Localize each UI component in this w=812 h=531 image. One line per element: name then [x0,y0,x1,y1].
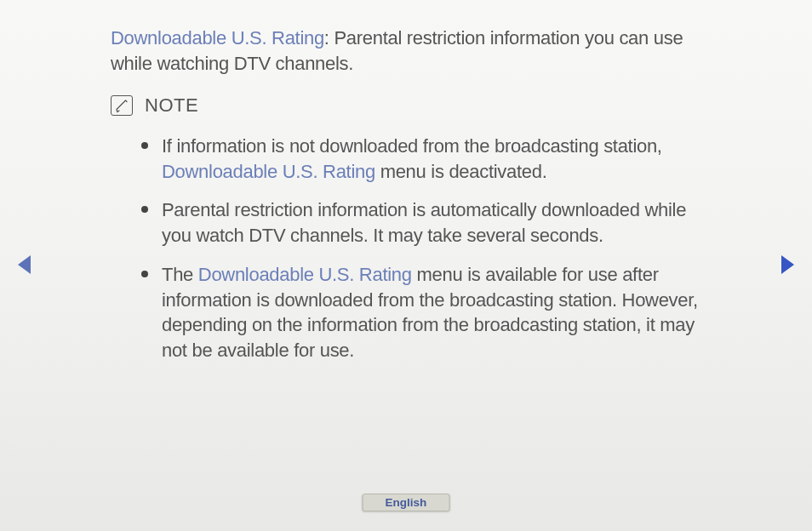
page-content: Downloadable U.S. Rating: Parental restr… [0,0,812,363]
nav-next-button[interactable] [780,254,797,276]
bullet-list: If information is not downloaded from th… [111,134,718,363]
language-badge[interactable]: English [363,494,450,511]
svg-marker-1 [781,255,794,274]
intro-paragraph: Downloadable U.S. Rating: Parental restr… [111,26,718,76]
bullet-text: The [162,264,198,285]
bullet-item: Parental restriction information is auto… [162,197,718,248]
bullet-text: menu is deactivated. [375,161,547,182]
highlight-term: Downloadable U.S. Rating [162,161,375,182]
bullet-item: If information is not downloaded from th… [162,134,718,184]
bullet-text: Parental restriction information is auto… [162,199,686,246]
bullet-item: The Downloadable U.S. Rating menu is ava… [162,262,718,363]
note-row: NOTE [111,93,718,118]
bullet-text: If information is not downloaded from th… [162,135,662,157]
nav-prev-button[interactable] [15,254,32,276]
highlight-term: Downloadable U.S. Rating [198,264,412,285]
note-icon [111,95,133,116]
intro-term: Downloadable U.S. Rating [111,27,324,49]
svg-marker-0 [18,255,31,274]
note-label: NOTE [145,93,198,118]
